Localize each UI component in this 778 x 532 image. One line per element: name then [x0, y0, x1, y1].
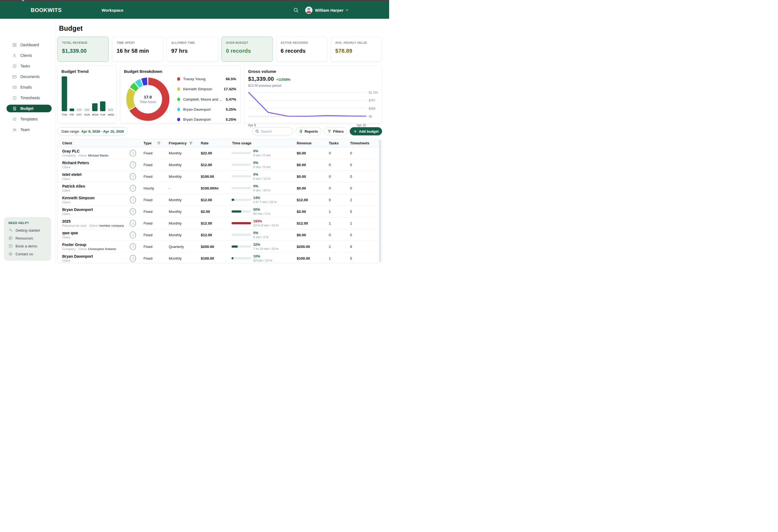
sidebar-item-dashboard[interactable]: Dashboard — [6, 41, 52, 49]
sidebar-item-budget[interactable]: Budget — [6, 105, 52, 112]
client-name: Bryan Davenport — [62, 208, 128, 212]
sidebar-item-team[interactable]: Team — [6, 126, 52, 134]
client-subtitle: Client — [62, 236, 128, 239]
cell-client: Gray PLCCompany · Client: Michael Martin — [58, 147, 140, 159]
row-actions-button[interactable] — [130, 255, 136, 262]
sidebar-item-timesheets[interactable]: Timesheets — [6, 94, 52, 102]
sidebar-item-templates[interactable]: Templates — [6, 115, 52, 123]
cell-rate: $12.00 — [197, 229, 228, 241]
cell-timesheets: 0 — [346, 182, 382, 194]
help-item-getting-started[interactable]: Getting started — [8, 228, 47, 232]
row-actions-button[interactable] — [130, 161, 136, 168]
chevron-down-icon — [345, 8, 349, 12]
sidebar-item-clients[interactable]: Clients — [6, 52, 52, 59]
funnel-icon — [189, 141, 193, 145]
column-header-type[interactable]: Type — [140, 139, 165, 147]
column-header-frequency[interactable]: Frequency — [165, 139, 197, 147]
client-subtitle: Client — [62, 189, 128, 192]
usage-progress-bar — [232, 152, 251, 154]
filters-button[interactable]: Filters — [324, 127, 347, 135]
usage-detail: 0 sec / 2 hr — [253, 235, 269, 239]
search-icon[interactable] — [293, 7, 299, 13]
kebab-icon — [131, 210, 135, 213]
column-header-client[interactable]: Client — [58, 139, 140, 147]
usage-percent: 32% — [253, 243, 279, 246]
column-header-revenue[interactable]: Revenue — [293, 139, 325, 147]
usage-progress-bar — [232, 199, 251, 201]
table-row-gray-plc[interactable]: Gray PLCCompany · Client: Michael Martin… — [58, 147, 382, 159]
cell-tasks: 2 — [325, 241, 346, 252]
usage-progress-bar — [232, 234, 251, 236]
table-row-kenneth-simpson[interactable]: Kenneth SimpsonClientFixedMonthly$12.001… — [58, 194, 382, 206]
usage-progress-bar — [232, 257, 251, 259]
sidebar-item-tasks[interactable]: Tasks — [6, 62, 52, 70]
donut-total-value: 17.0 — [144, 95, 152, 99]
sidebar-item-emails[interactable]: Emails — [6, 83, 52, 91]
row-actions-button[interactable] — [130, 232, 136, 238]
cell-client: Bryan DavenportClient — [58, 252, 140, 263]
cell-tasks: 0 — [325, 171, 346, 182]
table-row-richard-peters[interactable]: Richard PetersClientFixedMonthly$12.000%… — [58, 159, 382, 171]
row-actions-button[interactable] — [130, 197, 136, 203]
usage-progress-bar — [232, 175, 251, 177]
legend-item-1: Kenneth Simpson17.42% — [177, 87, 236, 91]
client-name: 2025 — [62, 219, 128, 223]
row-actions-button[interactable] — [130, 208, 136, 215]
row-actions-button[interactable] — [130, 185, 136, 192]
column-header-timesheets[interactable]: Timesheets — [346, 139, 382, 147]
cell-tasks: 0 — [325, 159, 346, 170]
column-header-time-usage[interactable]: Time usage — [228, 139, 293, 147]
x-axis-start-label: Apr 9 — [248, 124, 256, 127]
page-title: Budget — [59, 24, 382, 32]
cell-type: Fixed — [140, 218, 165, 229]
sidebar-item-label: Dashboard — [20, 43, 39, 47]
usage-detail: 59 min / 2 hr — [253, 212, 270, 215]
legend-item-4: Bryan Davenport5.25% — [177, 118, 236, 122]
column-header-rate[interactable]: Rate — [197, 139, 228, 147]
usage-progress-bar — [232, 245, 251, 248]
funnel-icon — [157, 141, 161, 145]
sidebar-item-documents[interactable]: Documents — [6, 73, 52, 80]
table-row-bryan-davenport[interactable]: Bryan DavenportClientFixedMonthly$2.0050… — [58, 206, 382, 218]
kpi-card-allowed-time: ALLOWED TIME97 hrs — [167, 37, 218, 62]
help-item-contact-us[interactable]: Contact us — [8, 252, 47, 256]
cell-revenue: $100.00 — [293, 252, 325, 263]
client-subtitle: Client — [62, 212, 128, 216]
table-row-tetet-etetet[interactable]: tetet etetetClientFixedMonthly$100.000%0… — [58, 171, 382, 182]
cell-frequency: Monthly — [165, 171, 197, 182]
table-row-qwe-qwe[interactable]: qwe qweClientFixedMonthly$12.000%0 sec /… — [58, 229, 382, 241]
cell-rate: $12.00 — [197, 159, 228, 170]
date-range-pill[interactable]: Date range: Apr 9, 2026 - Apr 15, 2026 — [57, 127, 128, 135]
workspace-label[interactable]: Workspace — [102, 8, 124, 12]
reports-button[interactable]: Reports — [295, 127, 321, 135]
brand-logo[interactable]: BOOKWITS — [31, 7, 62, 13]
legend-item-3: Bryan Davenport5.25% — [177, 107, 236, 111]
cell-type: Hourly — [140, 182, 165, 194]
user-menu[interactable]: William Harper — [315, 8, 349, 12]
add-budget-button[interactable]: Add budget — [350, 127, 382, 135]
report-document-icon — [299, 129, 303, 133]
cell-time-usage: 50%59 min / 2 hr — [228, 206, 293, 217]
table-scrollbar[interactable] — [379, 140, 381, 262]
row-actions-button[interactable] — [130, 243, 136, 250]
help-item-book-a-demo[interactable]: Book a demo — [8, 244, 47, 248]
gross-volume-delta: +11058% — [276, 78, 290, 82]
cell-time-usage: 193%23 hr 8 min / 12 hr — [228, 218, 293, 229]
client-subtitle: Client — [62, 177, 128, 180]
row-actions-button[interactable] — [130, 173, 136, 180]
search-input[interactable] — [261, 129, 290, 134]
avatar[interactable] — [305, 6, 312, 14]
column-filter-button[interactable] — [157, 141, 161, 145]
table-row-bryan-davenport[interactable]: Bryan DavenportClientFixedMonthly$100.00… — [58, 252, 382, 263]
row-actions-button[interactable] — [130, 220, 136, 227]
column-header-tasks[interactable]: Tasks — [325, 139, 346, 147]
table-row-patrick-allen[interactable]: Patrick AllenClientHourly-$100.00/hr0%0 … — [58, 182, 382, 194]
column-filter-button[interactable] — [189, 141, 193, 145]
cell-timesheets: 9 — [346, 241, 382, 252]
check-circle-icon — [12, 64, 17, 69]
table-row-foster-group[interactable]: Foster GroupCompany · Client: Christophe… — [58, 241, 382, 252]
usage-progress-bar — [232, 222, 251, 224]
table-row-2025[interactable]: 2025Personal tax year · Client: member c… — [58, 218, 382, 229]
help-item-resources[interactable]: Resources — [8, 236, 47, 240]
row-actions-button[interactable] — [130, 150, 136, 157]
